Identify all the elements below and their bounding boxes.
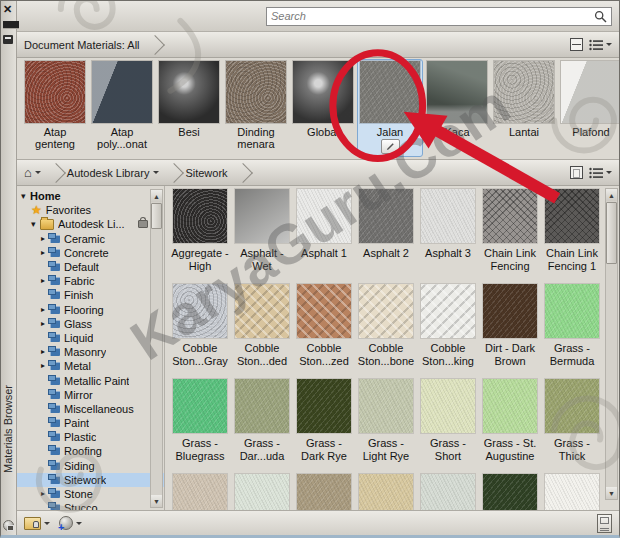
tree-item[interactable]: ▸ Metal (17, 359, 164, 373)
expand-triangle-icon[interactable]: ▾ (31, 220, 40, 229)
settings-icon[interactable] (3, 520, 14, 531)
properties-icon[interactable] (3, 35, 13, 44)
library-material-tile[interactable] (231, 474, 293, 510)
library-material-tile[interactable] (541, 474, 603, 510)
document-material-tile[interactable]: Besi (156, 59, 222, 141)
library-menu-caret-icon[interactable] (153, 171, 159, 174)
tree-item[interactable]: ▸ Metallic Paint (17, 373, 164, 387)
library-material-tile[interactable]: Dirt - Dark Brown (479, 284, 541, 379)
edit-material-button[interactable] (381, 139, 400, 154)
create-material-button[interactable] (59, 516, 73, 530)
autohide-icon[interactable] (3, 20, 13, 29)
tree-item[interactable]: ▸ Siding (17, 459, 164, 473)
tree-item[interactable]: ▸ Fabric (17, 274, 164, 288)
library-material-tile[interactable]: Grass - St. Augustine (479, 379, 541, 474)
library-material-tile[interactable]: Grass - Thick (541, 379, 603, 474)
library-material-tile[interactable]: Cobble Ston...Gray (169, 284, 231, 379)
grid-scrollbar[interactable]: ▲ ▼ (605, 188, 618, 500)
chevron-down-icon[interactable] (76, 522, 82, 525)
library-material-tile[interactable] (169, 474, 231, 510)
chevron-down-icon[interactable] (44, 522, 50, 525)
category-icon: ★ (31, 205, 42, 215)
document-material-tile[interactable]: Kaca (424, 59, 490, 141)
tree-item[interactable]: ▸ Liquid (17, 331, 164, 345)
scroll-down-icon[interactable]: ▼ (151, 495, 162, 507)
library-material-tile[interactable]: Aggregate - High (169, 189, 231, 284)
breadcrumb-category[interactable]: Sitework (185, 167, 227, 179)
library-material-tile[interactable]: Grass - Short (417, 379, 479, 474)
tree-item[interactable]: ▾ Home (17, 189, 164, 203)
document-material-tile[interactable]: Jalan (357, 59, 423, 157)
tree-item[interactable]: ▸ Plastic (17, 430, 164, 444)
breadcrumb-library[interactable]: Autodesk Library (67, 167, 150, 179)
tree-item[interactable]: ▸ Paint (17, 416, 164, 430)
library-material-tile[interactable]: Grass - Bermuda (541, 284, 603, 379)
material-name: Grass - Bermuda (541, 342, 603, 367)
expand-triangle-icon[interactable]: ▾ (21, 192, 30, 201)
document-materials-label[interactable]: Document Materials: All (24, 39, 140, 51)
tree-item[interactable]: ▸ Stone (17, 487, 164, 501)
document-material-tile[interactable]: Plafond (558, 59, 620, 141)
home-icon[interactable]: ⌂ (24, 168, 32, 178)
material-name: Dinding menara (225, 126, 287, 150)
tree-item[interactable]: ▸ Concrete (17, 246, 164, 260)
material-name: Asphalt 2 (355, 247, 417, 260)
library-material-tile[interactable]: Cobble Ston...bone (355, 284, 417, 379)
library-material-tile[interactable]: Grass - Dark Rye (293, 379, 355, 474)
library-material-tile[interactable]: Chain Link Fencing 1 (541, 189, 603, 284)
tree-item[interactable]: ▸ Roofing (17, 444, 164, 458)
document-material-tile[interactable]: Dinding menara (223, 59, 289, 153)
tree-item[interactable]: ▾ Autodesk Li... (17, 217, 164, 231)
close-icon[interactable]: ✕ (3, 3, 12, 16)
thumbnail-view-icon[interactable] (570, 38, 583, 51)
library-material-tile[interactable]: Asphalt 1 (293, 189, 355, 284)
library-material-tile[interactable]: Grass - Dar...uda (231, 379, 293, 474)
material-name: Cobble Ston...ded (231, 342, 293, 367)
tree-item[interactable]: ▸ Ceramic (17, 232, 164, 246)
tree-item[interactable]: ▸ Glass (17, 317, 164, 331)
scroll-up-icon[interactable]: ▲ (606, 189, 617, 201)
tree-item[interactable]: ▸ Flooring (17, 303, 164, 317)
search-input[interactable]: Search (266, 7, 612, 26)
document-material-tile[interactable]: Atap poly...onat (89, 59, 155, 153)
swatch-size-button[interactable] (597, 514, 612, 533)
manage-library-button[interactable] (24, 517, 41, 530)
library-material-tile[interactable]: Chain Link Fencing (479, 189, 541, 284)
document-material-tile[interactable]: Atap genteng (22, 59, 88, 153)
home-menu-caret-icon[interactable] (35, 171, 41, 174)
library-material-tile[interactable]: Cobble Ston...king (417, 284, 479, 379)
library-material-tile[interactable]: Asphalt 3 (417, 189, 479, 284)
library-material-tile[interactable] (417, 474, 479, 510)
tree-item[interactable]: ▸ Stucco (17, 501, 164, 510)
library-material-tile[interactable]: Asphalt - Wet (231, 189, 293, 284)
thumbnail-view-icon[interactable] (570, 166, 583, 179)
category-icon (50, 433, 60, 441)
tree-item[interactable]: ★ Favorites (17, 203, 164, 217)
view-menu-button[interactable] (589, 167, 612, 179)
material-thumbnail (545, 474, 599, 510)
tree-item[interactable]: ▸ Default (17, 260, 164, 274)
document-material-tile[interactable]: Lantai (491, 59, 557, 141)
scroll-down-icon[interactable]: ▼ (606, 487, 617, 499)
library-material-tile[interactable]: Grass - Bluegrass (169, 379, 231, 474)
library-material-tile[interactable]: Asphalt 2 (355, 189, 417, 284)
scrollbar-thumb[interactable] (151, 203, 162, 229)
material-thumbnail (173, 189, 227, 243)
tree-item[interactable]: ▸ Masonry (17, 345, 164, 359)
tree-item[interactable]: ▸ Sitework (17, 473, 164, 487)
tree-item[interactable]: ▸ Mirror (17, 388, 164, 402)
scroll-up-icon[interactable]: ▲ (151, 190, 162, 202)
library-material-tile[interactable]: Grass - Light Rye (355, 379, 417, 474)
library-material-tile[interactable]: Cobble Ston...zed (293, 284, 355, 379)
library-material-tile[interactable] (293, 474, 355, 510)
view-menu-button[interactable] (589, 39, 612, 51)
library-material-tile[interactable]: Cobble Ston...ded (231, 284, 293, 379)
library-material-tile[interactable] (479, 474, 541, 510)
tree-scrollbar[interactable]: ▲ ▼ (150, 189, 163, 508)
tree-item[interactable]: ▸ Finish (17, 288, 164, 302)
tree-item[interactable]: ▸ Miscellaneous (17, 402, 164, 416)
document-material-tile[interactable]: Global (290, 59, 356, 141)
scrollbar-thumb[interactable] (606, 202, 617, 264)
search-icon[interactable] (594, 10, 607, 23)
library-material-tile[interactable] (355, 474, 417, 510)
